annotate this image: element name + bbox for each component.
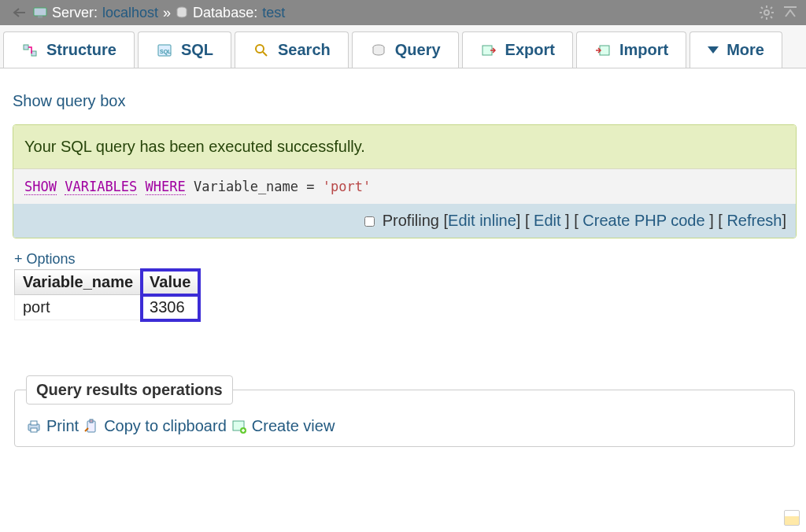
database-icon (176, 6, 188, 19)
svg-rect-24 (31, 421, 37, 425)
print-link[interactable]: Print (26, 417, 79, 435)
collapse-up-icon[interactable] (782, 5, 798, 20)
create-view-icon (231, 419, 247, 434)
sql-text: Variable_name = (186, 179, 323, 194)
query-results-operations-legend: Query results operations (26, 375, 233, 405)
tab-structure[interactable]: Structure (3, 31, 135, 68)
tab-sql[interactable]: SQL SQL (138, 31, 231, 68)
create-php-code-link[interactable]: Create PHP code (582, 212, 704, 229)
gear-icon[interactable] (759, 5, 775, 20)
svg-line-12 (761, 17, 763, 18)
database-label: Database: (193, 5, 257, 21)
svg-rect-25 (31, 428, 37, 432)
svg-line-11 (771, 7, 772, 9)
search-icon (253, 42, 270, 59)
col-header-variable-name[interactable]: Variable_name (15, 270, 142, 295)
options-toggle[interactable]: + Options (14, 251, 76, 267)
breadcrumb-sep: » (163, 5, 171, 21)
sql-actions: Profiling [Edit inline] [ Edit ] [ Creat… (13, 204, 796, 238)
sql-keyword: WHERE (146, 179, 186, 195)
sql-icon: SQL (156, 42, 173, 59)
profiling-checkbox[interactable] (364, 216, 375, 227)
refresh-link[interactable]: Refresh (727, 212, 782, 229)
col-header-value[interactable]: Value (142, 270, 199, 295)
svg-line-19 (263, 52, 267, 56)
svg-rect-15 (31, 51, 36, 56)
sql-keyword: SHOW (24, 179, 57, 195)
copy-label: Copy to clipboard (104, 417, 227, 435)
svg-rect-27 (90, 419, 93, 423)
tab-search-label: Search (278, 41, 331, 59)
table-row: port 3306 (15, 295, 199, 320)
printer-icon (26, 419, 42, 434)
svg-line-10 (771, 17, 772, 18)
sql-string: 'port' (323, 179, 371, 194)
profiling-label: Profiling (383, 212, 439, 229)
cell-variable-name: port (15, 295, 142, 320)
tab-import[interactable]: Import (576, 31, 686, 68)
tab-more-label: More (727, 41, 764, 59)
svg-text:SQL: SQL (160, 49, 172, 55)
profiling-checkbox-label[interactable]: Profiling (361, 212, 439, 229)
tab-search[interactable]: Search (235, 31, 349, 68)
tab-import-label: Import (619, 41, 668, 59)
svg-rect-2 (38, 16, 43, 18)
svg-rect-14 (24, 45, 28, 50)
tab-query-label: Query (395, 41, 441, 59)
tab-export-label: Export (505, 41, 555, 59)
svg-point-4 (764, 10, 769, 15)
export-icon (480, 42, 497, 59)
svg-line-9 (761, 7, 763, 9)
success-message: Your SQL query has been executed success… (13, 125, 796, 168)
query-icon (370, 42, 387, 59)
print-label: Print (46, 417, 79, 435)
cell-value: 3306 (142, 295, 199, 320)
clipboard-icon (83, 419, 99, 434)
back-button[interactable] (5, 2, 31, 23)
tab-query[interactable]: Query (352, 31, 459, 68)
sql-keyword: VARIABLES (65, 179, 137, 195)
caret-down-icon (708, 46, 719, 54)
sql-preview: SHOW VARIABLES WHERE Variable_name = 'po… (13, 168, 796, 204)
import-icon (594, 42, 612, 59)
svg-rect-1 (34, 8, 46, 16)
breadcrumb-bar: Server: localhost » Database: test (0, 0, 806, 25)
query-results-operations: Query results operations Print Copy to c… (14, 375, 795, 447)
database-link[interactable]: test (262, 5, 285, 21)
tab-more[interactable]: More (690, 31, 782, 68)
message-box: Your SQL query has been executed success… (13, 124, 797, 238)
server-icon (33, 7, 47, 18)
edit-inline-link[interactable]: Edit inline (448, 212, 516, 229)
tab-structure-label: Structure (46, 41, 116, 59)
result-table: Variable_name Value port 3306 (14, 269, 199, 320)
sql-console-icon[interactable] (784, 510, 800, 526)
copy-to-clipboard-link[interactable]: Copy to clipboard (83, 417, 227, 435)
server-link[interactable]: localhost (102, 5, 158, 21)
structure-icon (21, 42, 39, 59)
create-view-label: Create view (252, 417, 335, 435)
server-label: Server: (52, 5, 98, 21)
show-query-box-link[interactable]: Show query box (13, 92, 125, 109)
edit-link[interactable]: Edit (534, 212, 560, 229)
create-view-link[interactable]: Create view (231, 417, 335, 435)
svg-point-18 (256, 45, 264, 53)
tab-export[interactable]: Export (462, 31, 573, 68)
tab-sql-label: SQL (181, 41, 213, 59)
main-tabs: Structure SQL SQL Search Query Export Im… (0, 25, 806, 68)
